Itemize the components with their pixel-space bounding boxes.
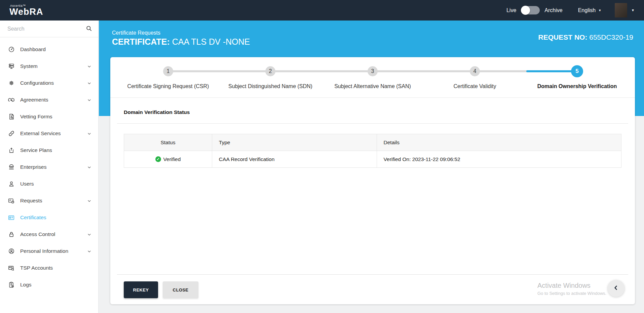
gear-icon	[7, 80, 15, 86]
type-cell: CAA Record Verification	[212, 151, 377, 168]
section-title: Domain Verification Status	[124, 109, 190, 115]
sidebar-item-external-services[interactable]: External Services	[0, 125, 98, 142]
chevron-down-icon	[87, 98, 91, 102]
chevron-down-icon	[87, 131, 91, 136]
chevron-left-icon	[613, 284, 619, 292]
sidebar-item-tsp-accounts[interactable]: TSP Accounts	[0, 260, 98, 276]
handshake-icon	[7, 96, 15, 104]
sidebar-item-label: Dashboard	[20, 46, 46, 52]
chevron-down-icon	[87, 81, 91, 85]
toggle-knob	[521, 6, 530, 15]
col-header-details: Details	[377, 134, 621, 151]
sidebar-item-label: Agreements	[20, 97, 48, 103]
avatar	[615, 3, 627, 17]
chevron-down-icon	[87, 199, 91, 203]
sidebar-item-requests[interactable]: Requests	[0, 192, 98, 209]
collapse-panel-button[interactable]	[608, 280, 624, 297]
sidebar-item-users[interactable]: Users	[0, 175, 98, 192]
status-badge: ✓ Verified	[131, 156, 205, 162]
search-input[interactable]	[0, 21, 98, 37]
sidebar-item-enterprises[interactable]: Enterprises	[0, 159, 98, 175]
archive-label: Archive	[544, 7, 562, 13]
live-label: Live	[506, 7, 516, 13]
content-card: 1 2 3 4 5 Certificate Signing Request (C…	[110, 57, 635, 304]
sidebar-item-label: Logs	[20, 282, 32, 288]
step-4-label: Certificate Validity	[418, 83, 532, 89]
lock-icon	[7, 231, 15, 238]
page-title-value: CAA TLS DV -NONE	[172, 37, 250, 46]
sidebar: Dashboard System Configurations Agreemen…	[0, 21, 99, 313]
person-circle-icon	[7, 248, 15, 255]
chevron-down-icon	[87, 232, 91, 237]
details-cell: Verified On: 2023-11-22 09:06:52	[377, 151, 621, 168]
sidebar-item-label: Users	[20, 181, 34, 187]
divider	[117, 123, 628, 124]
search-icon[interactable]	[86, 25, 92, 33]
sidebar-item-label: Enterprises	[20, 164, 46, 170]
table-header-row: Status Type Details	[124, 134, 621, 151]
user-menu[interactable]: ▼	[615, 3, 635, 17]
sidebar-item-label: System	[20, 63, 38, 69]
sidebar-item-system[interactable]: System	[0, 58, 98, 75]
chevron-down-icon	[87, 165, 91, 169]
sidebar-item-label: TSP Accounts	[20, 265, 53, 271]
sidebar-item-label: Requests	[20, 198, 42, 204]
sidebar-item-label: Certificates	[20, 214, 46, 221]
sidebar-item-vetting-forms[interactable]: Vetting Forms	[0, 108, 98, 125]
step-2-label: Subject Distinguished Name (SDN)	[213, 83, 328, 89]
request-number: REQUEST NO: 655DC320-19	[538, 33, 633, 41]
language-dropdown[interactable]: English ▼	[578, 7, 601, 13]
brand-logo[interactable]: Ascertia™ WebRA	[9, 4, 43, 16]
close-button[interactable]: CLOSE	[163, 281, 198, 298]
request-number-value: 655DC320-19	[589, 33, 633, 41]
sidebar-item-configurations[interactable]: Configurations	[0, 75, 98, 91]
wizard-stepper: 1 2 3 4 5 Certificate Signing Request (C…	[110, 57, 635, 98]
sidebar-item-label: Personal Information	[20, 248, 68, 254]
divider	[117, 274, 628, 275]
bank-icon	[7, 164, 15, 170]
sidebar-item-label: Access Control	[20, 231, 55, 237]
page-title-prefix: CERTIFICATE:	[112, 37, 170, 46]
sidebar-item-certificates[interactable]: Certificates	[0, 209, 98, 226]
certificate-card-icon	[7, 214, 15, 221]
sidebar-item-label: Service Plans	[20, 147, 52, 153]
col-header-status: Status	[124, 134, 212, 151]
step-1-circle[interactable]: 1	[163, 66, 173, 76]
chevron-down-icon	[87, 64, 91, 69]
live-archive-toggle[interactable]	[521, 6, 540, 14]
sidebar-item-logs[interactable]: Logs	[0, 276, 98, 293]
step-2-circle[interactable]: 2	[265, 66, 275, 76]
document-check-icon	[7, 113, 15, 120]
rekey-button[interactable]: REKEY	[124, 281, 158, 298]
link-icon	[7, 130, 15, 137]
card-search-icon	[7, 265, 15, 272]
breadcrumb: Certificate Requests	[112, 30, 250, 36]
top-navbar: Ascertia™ WebRA Live Archive English ▼ ▼	[0, 0, 644, 21]
chevron-down-icon	[87, 249, 91, 253]
user-icon	[7, 181, 15, 187]
server-icon	[7, 63, 15, 70]
step-5-circle[interactable]: 5	[571, 65, 583, 77]
card-clock-icon	[7, 197, 15, 204]
sidebar-item-service-plans[interactable]: Service Plans	[0, 142, 98, 159]
verification-table: Status Type Details ✓ Verified CAA Recor…	[124, 134, 621, 168]
language-label: English	[578, 7, 596, 13]
request-number-label: REQUEST NO:	[538, 33, 588, 41]
sidebar-item-personal-information[interactable]: Personal Information	[0, 243, 98, 260]
gauge-icon	[7, 46, 15, 53]
step-3-circle[interactable]: 3	[368, 66, 378, 76]
check-circle-icon: ✓	[155, 156, 161, 162]
table-row: ✓ Verified CAA Record Verification Verif…	[124, 151, 621, 168]
step-5-label: Domain Ownership Verification	[520, 83, 634, 89]
step-4-circle[interactable]: 4	[470, 66, 480, 76]
sidebar-item-label: Vetting Forms	[20, 114, 52, 120]
clipboard-icon	[7, 281, 15, 288]
sidebar-item-label: External Services	[20, 130, 61, 136]
chevron-down-icon: ▼	[598, 9, 601, 12]
stepper-track-progress	[526, 70, 578, 72]
sidebar-item-access-control[interactable]: Access Control	[0, 226, 98, 243]
sidebar-item-dashboard[interactable]: Dashboard	[0, 41, 98, 58]
chevron-down-icon: ▼	[631, 8, 635, 12]
sidebar-item-agreements[interactable]: Agreements	[0, 91, 98, 108]
step-1-label: Certificate Signing Request (CSR)	[111, 83, 225, 89]
